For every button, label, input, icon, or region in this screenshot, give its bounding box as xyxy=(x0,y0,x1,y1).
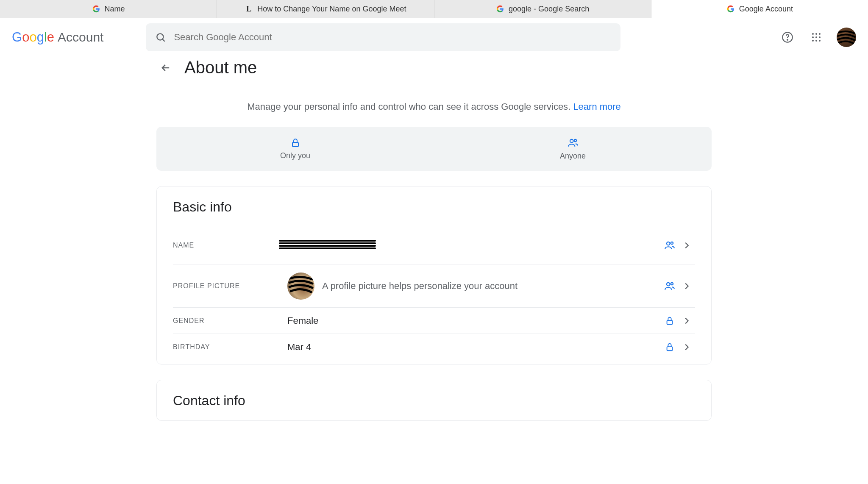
header-actions xyxy=(779,28,856,47)
l-favicon-icon: L xyxy=(245,5,253,13)
visibility-only-you: Only you xyxy=(156,127,434,171)
search-icon xyxy=(155,32,166,43)
svg-point-12 xyxy=(819,40,821,42)
name-row[interactable]: NAME Bhoomika Sharma xyxy=(173,227,695,264)
svg-point-8 xyxy=(815,36,817,38)
visibility-only-you-label: Only you xyxy=(280,151,310,160)
svg-point-19 xyxy=(671,282,673,284)
svg-point-18 xyxy=(667,282,670,286)
contact-info-card: Contact info xyxy=(156,380,712,421)
visibility-bar: Only you Anyone xyxy=(156,127,712,171)
search-input[interactable] xyxy=(174,32,611,43)
google-favicon-icon xyxy=(496,5,504,13)
lock-icon xyxy=(290,138,300,148)
browser-tabs: Name L How to Change Your Name on Google… xyxy=(0,0,868,18)
birthday-row[interactable]: BIRTHDAY Mar 4 xyxy=(173,334,695,360)
chevron-right-icon xyxy=(678,316,695,325)
svg-point-17 xyxy=(671,242,673,244)
browser-tab-search[interactable]: google - Google Search xyxy=(434,0,651,18)
basic-info-title: Basic info xyxy=(173,199,695,215)
svg-point-0 xyxy=(157,33,164,40)
main-content: Manage your personal info and control wh… xyxy=(156,85,712,421)
lock-icon xyxy=(661,316,678,325)
visibility-anyone-label: Anyone xyxy=(560,152,586,161)
birthday-value: Mar 4 xyxy=(287,342,661,353)
google-logo-icon: Google xyxy=(12,30,54,45)
svg-line-1 xyxy=(163,39,165,42)
basic-info-card: Basic info NAME Bhoomika Sharma xyxy=(156,186,712,364)
tab-label: How to Change Your Name on Google Meet xyxy=(257,5,406,14)
svg-point-9 xyxy=(819,36,821,38)
page-title: About me xyxy=(184,58,257,77)
svg-point-11 xyxy=(815,40,817,42)
people-icon xyxy=(568,137,579,148)
chevron-right-icon xyxy=(678,342,695,352)
browser-tab-name[interactable]: Name xyxy=(0,0,217,18)
svg-rect-21 xyxy=(667,347,673,350)
svg-point-6 xyxy=(819,33,821,35)
svg-rect-13 xyxy=(292,142,298,147)
tab-label: Name xyxy=(105,5,125,14)
avatar-scribble-icon xyxy=(837,28,856,47)
google-favicon-icon xyxy=(92,5,100,13)
svg-point-7 xyxy=(812,36,814,38)
gender-label: GENDER xyxy=(173,317,287,325)
tab-label: Google Account xyxy=(739,5,793,14)
visibility-anyone: Anyone xyxy=(434,127,712,171)
profile-picture-hint: A profile picture helps personalize your… xyxy=(322,281,517,292)
name-value: Bhoomika Sharma xyxy=(287,239,367,252)
profile-picture-label: PROFILE PICTURE xyxy=(173,282,287,290)
svg-point-4 xyxy=(812,33,814,35)
tab-label: google - Google Search xyxy=(509,5,589,14)
intro-text-body: Manage your personal info and control wh… xyxy=(247,101,573,112)
back-button[interactable] xyxy=(157,59,174,76)
svg-point-15 xyxy=(574,139,576,141)
people-icon xyxy=(661,281,678,292)
people-icon xyxy=(661,240,678,251)
svg-rect-20 xyxy=(667,320,673,324)
name-label: NAME xyxy=(173,242,287,249)
google-account-logo[interactable]: Google Account xyxy=(12,30,103,45)
apps-grid-button[interactable] xyxy=(808,29,825,46)
profile-picture-thumbnail xyxy=(287,273,314,300)
account-avatar[interactable] xyxy=(837,28,856,47)
birthday-label: BIRTHDAY xyxy=(173,343,287,351)
svg-point-3 xyxy=(787,39,788,40)
gender-row[interactable]: GENDER Female xyxy=(173,307,695,334)
chevron-right-icon xyxy=(678,281,695,291)
svg-point-5 xyxy=(815,33,817,35)
contact-info-title: Contact info xyxy=(173,393,695,409)
intro-text: Manage your personal info and control wh… xyxy=(156,85,712,127)
logo-suffix: Account xyxy=(58,30,103,45)
profile-picture-row[interactable]: PROFILE PICTURE A profile picture helps … xyxy=(173,264,695,307)
browser-tab-howto[interactable]: L How to Change Your Name on Google Meet xyxy=(217,0,434,18)
app-header: Google Account xyxy=(0,18,868,56)
page-title-section: About me xyxy=(0,58,868,85)
svg-point-10 xyxy=(812,40,814,42)
google-favicon-icon xyxy=(726,5,735,13)
scribble-icon xyxy=(287,273,314,300)
browser-tab-account[interactable]: Google Account xyxy=(651,0,868,18)
svg-point-14 xyxy=(570,139,573,142)
help-button[interactable] xyxy=(779,29,796,46)
chevron-right-icon xyxy=(678,241,695,250)
search-bar[interactable] xyxy=(146,23,620,51)
lock-icon xyxy=(661,342,678,352)
learn-more-link[interactable]: Learn more xyxy=(573,101,621,112)
svg-point-16 xyxy=(667,242,670,245)
gender-value: Female xyxy=(287,315,661,326)
